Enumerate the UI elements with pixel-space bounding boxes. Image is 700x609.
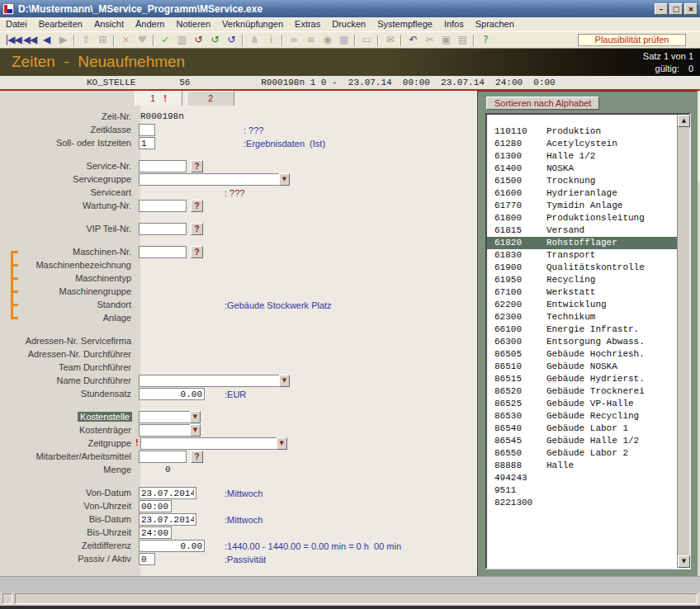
menu-item-notieren[interactable]: Notieren [170, 17, 216, 31]
list-item[interactable]: 61770Tymidin Anlage [487, 200, 677, 212]
list-item[interactable]: 62200Entwicklung [487, 299, 677, 311]
list-item[interactable]: 61950Recycling [487, 274, 677, 286]
print-icon[interactable]: ▭ [358, 33, 375, 47]
import-icon[interactable]: ⇧ [78, 33, 94, 47]
help-icon[interactable]: ? [477, 33, 494, 47]
list-item[interactable]: 88888Halle [487, 460, 677, 472]
branch-icon[interactable]: ⋔ [246, 33, 262, 47]
input-passiv-aktiv[interactable] [139, 553, 155, 565]
reload-green-icon[interactable]: ↺ [206, 33, 223, 47]
input-zeitdifferenz[interactable] [139, 540, 205, 552]
menu-item-datei[interactable]: Datei [0, 17, 33, 31]
list-item[interactable]: 61300Halle 1/2 [487, 150, 677, 163]
chart-icon[interactable]: ▦ [335, 33, 352, 47]
scroll-up-button[interactable]: ▲ [678, 115, 690, 127]
search-icon[interactable]: ∞ [286, 33, 302, 47]
list-item[interactable]: 66100Energie Infrastr. [487, 323, 677, 336]
menu-item-systempflege[interactable]: Systempflege [371, 17, 438, 31]
dropdown-kostentr-ger[interactable]: ▼ [139, 424, 201, 437]
tab-1[interactable]: 1! [135, 91, 182, 106]
dropdown-name-durchf-hrer[interactable]: ▼ [139, 375, 290, 387]
menu-item-extras[interactable]: Extras [289, 17, 326, 31]
fast-prev-icon[interactable]: ◀◀ [21, 33, 38, 47]
undo-icon[interactable]: ↶ [404, 33, 421, 47]
help-button-mitarbeiter-arbeitsmittel[interactable]: ? [191, 451, 203, 463]
delete-icon[interactable]: × [117, 33, 134, 47]
maximize-button[interactable]: □ [669, 3, 683, 15]
eye-icon[interactable]: ◉ [319, 33, 335, 47]
prev-record-icon[interactable]: ◀ [38, 33, 54, 47]
list-item[interactable]: 67100Werkstatt [487, 286, 677, 299]
list-item[interactable]: 61900Qualitätskontrolle [487, 262, 677, 274]
input-mitarbeiter-arbeitsmittel[interactable] [139, 451, 187, 463]
reload-blue-icon[interactable]: ↺ [223, 33, 239, 47]
list-lines-icon[interactable]: ≡ [302, 33, 319, 47]
confirm-icon[interactable]: ✓ [157, 33, 173, 47]
list-item[interactable]: 61400NOSKA [487, 163, 677, 175]
first-record-icon[interactable]: |◀◀ [5, 33, 21, 47]
input-stundensatz[interactable] [139, 388, 205, 400]
dropdown-kostenstelle[interactable]: ▼ [139, 411, 201, 423]
menu-item-infos[interactable]: Infos [438, 17, 470, 31]
info-icon[interactable]: i [262, 33, 279, 47]
list-item[interactable]: 61830Transport [487, 249, 677, 262]
list-item[interactable]: 86540Gebäude Labor 1 [487, 423, 677, 435]
input-von-uhrzeit[interactable] [139, 500, 172, 512]
list-item[interactable]: 61600Hydrieranlage [487, 187, 677, 200]
list-item[interactable]: 9511 [487, 484, 677, 497]
input-vip-teil-nr[interactable] [139, 223, 187, 235]
sort-alphabet-button[interactable]: Sortieren nach Alphabet [486, 97, 599, 110]
help-button-wartung-nr[interactable]: ? [191, 200, 203, 212]
list-item[interactable]: 61820Rohstofflager [487, 237, 677, 249]
input-maschinen-nr[interactable] [139, 246, 187, 258]
chevron-down-icon[interactable]: ▼ [190, 411, 201, 423]
scroll-down-button[interactable]: ▼ [678, 555, 690, 568]
dropdown-zeitgruppe[interactable]: ▼ [140, 437, 287, 450]
input-wartung-nr[interactable] [139, 200, 187, 212]
list-item[interactable]: 61800Produktionsleitung [487, 212, 677, 224]
tree-view-icon[interactable]: ⊞ [94, 33, 111, 47]
paste-icon[interactable]: ▤ [454, 33, 471, 47]
cut-icon[interactable]: ✂ [421, 33, 438, 47]
list-item[interactable]: 61280Acetylcystein [487, 138, 677, 150]
help-button-service-nr[interactable]: ? [191, 160, 203, 172]
plausibility-check-button[interactable]: Plausibilität prüfen [578, 34, 686, 46]
help-button-vip-teil-nr[interactable]: ? [191, 223, 203, 235]
dropdown-servicegruppe[interactable]: ▼ [139, 173, 290, 186]
tab-2[interactable]: 2 [187, 91, 234, 106]
menu-item-verkn-pfungen[interactable]: Verknüpfungen [216, 17, 289, 31]
list-item[interactable]: 66300Entsorgung Abwass. [487, 336, 677, 348]
close-button[interactable]: × [684, 3, 698, 15]
list-item[interactable]: 86550Gebäude Labor 2 [487, 447, 677, 460]
input-bis-datum[interactable] [139, 513, 196, 526]
minimize-button[interactable]: – [655, 3, 668, 15]
list-item[interactable]: 86520Gebäude Trocknerei [487, 385, 677, 398]
save-icon[interactable]: ▥ [173, 33, 190, 47]
input-service-nr[interactable] [139, 160, 187, 172]
menu-item-ndern[interactable]: Ändern [130, 17, 170, 31]
list-item[interactable]: 86510Gebäude NOSKA [487, 361, 677, 373]
menu-item-drucken[interactable]: Drucken [326, 17, 371, 31]
list-item[interactable]: 86505Gebäude Hochriesh. [487, 348, 677, 361]
copy-icon[interactable]: ▣ [438, 33, 454, 47]
menu-item-ansicht[interactable]: Ansicht [88, 17, 130, 31]
list-item[interactable]: 62300Technikum [487, 311, 677, 323]
list-item[interactable]: 494243 [487, 472, 677, 484]
list-item[interactable]: 61500Trocknung [487, 175, 677, 187]
list-item[interactable]: 8221300 [487, 497, 677, 509]
mail-icon[interactable]: ✉ [381, 33, 398, 47]
menu-item-sprachen[interactable]: Sprachen [470, 17, 520, 31]
input-bis-uhrzeit[interactable] [139, 526, 172, 539]
list-item[interactable]: 86530Gebäude Recycling [487, 410, 677, 423]
list-item[interactable]: 61815Versand [487, 224, 677, 237]
chevron-down-icon[interactable]: ▼ [277, 437, 287, 450]
chevron-down-icon[interactable]: ▼ [190, 424, 201, 437]
reload-red-icon[interactable]: ↺ [190, 33, 206, 47]
next-record-icon[interactable]: ▶ [54, 33, 71, 47]
help-button-maschinen-nr[interactable]: ? [191, 246, 203, 258]
list-item[interactable]: 110110Produktion [487, 125, 677, 138]
input-soll-oder-istzeiten[interactable] [139, 137, 155, 149]
menu-item-bearbeiten[interactable]: Bearbeiten [33, 17, 88, 31]
list-item[interactable]: 86515Gebäude Hydrierst. [487, 373, 677, 385]
list-item[interactable]: 86525Gebäude VP-Halle [487, 398, 677, 410]
